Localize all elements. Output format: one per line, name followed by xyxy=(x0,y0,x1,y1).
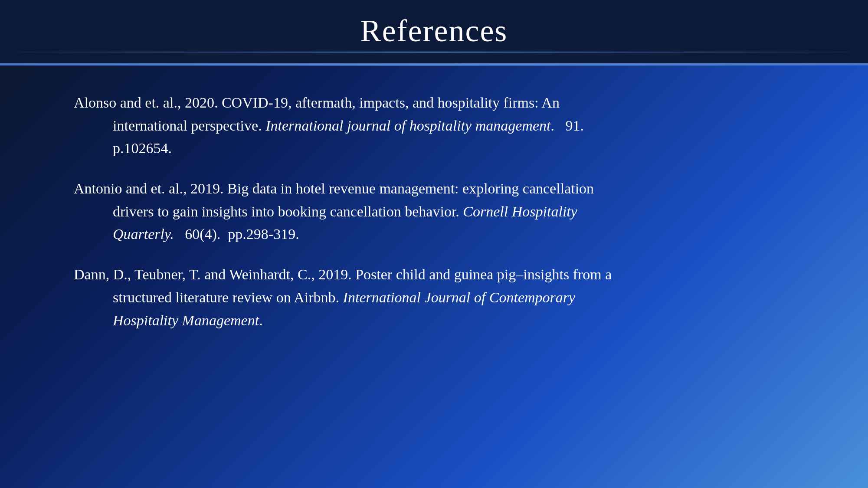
ref2-line3: Quarterly. 60(4). pp.298-319. xyxy=(113,223,812,246)
references-content: Alonso and et. al., 2020. COVID-19, afte… xyxy=(0,70,868,488)
ref3-journal-cont: Hospitality Management xyxy=(113,312,259,328)
slide-title: References xyxy=(0,13,868,49)
ref3-journal: International Journal of Contemporary xyxy=(343,289,575,305)
ref3-text: Dann, D., Teubner, T. and Weinhardt, C.,… xyxy=(74,266,612,282)
slide-header: References xyxy=(0,0,868,65)
ref2-line2: drivers to gain insights into booking ca… xyxy=(113,200,812,223)
ref3-indent: structured literature review on Airbnb. … xyxy=(74,286,812,332)
slide: References Alonso and et. al., 2020. COV… xyxy=(0,0,868,488)
reference-item-1: Alonso and et. al., 2020. COVID-19, afte… xyxy=(74,92,812,160)
ref2-text: Antonio and et. al., 2019. Big data in h… xyxy=(74,180,594,197)
ref2-journal: Cornell Hospitality xyxy=(463,203,577,219)
ref3-line2: structured literature review on Airbnb. … xyxy=(113,286,812,309)
ref1-journal: International journal of hospitality man… xyxy=(265,118,550,134)
ref2-journal-cont: Quarterly. xyxy=(113,226,174,242)
ref1-page: p.102654. xyxy=(113,137,812,160)
ref1-indent: international perspective. International… xyxy=(74,115,812,160)
reference-item-2: Antonio and et. al., 2019. Big data in h… xyxy=(74,177,812,246)
reference-item-3: Dann, D., Teubner, T. and Weinhardt, C.,… xyxy=(74,263,812,332)
ref1-text: Alonso and et. al., 2020. COVID-19, afte… xyxy=(74,95,560,111)
ref1-text-cont: international perspective. International… xyxy=(113,118,584,134)
header-divider xyxy=(0,65,868,66)
ref3-line3: Hospitality Management. xyxy=(113,309,812,332)
ref2-indent: drivers to gain insights into booking ca… xyxy=(74,200,812,246)
